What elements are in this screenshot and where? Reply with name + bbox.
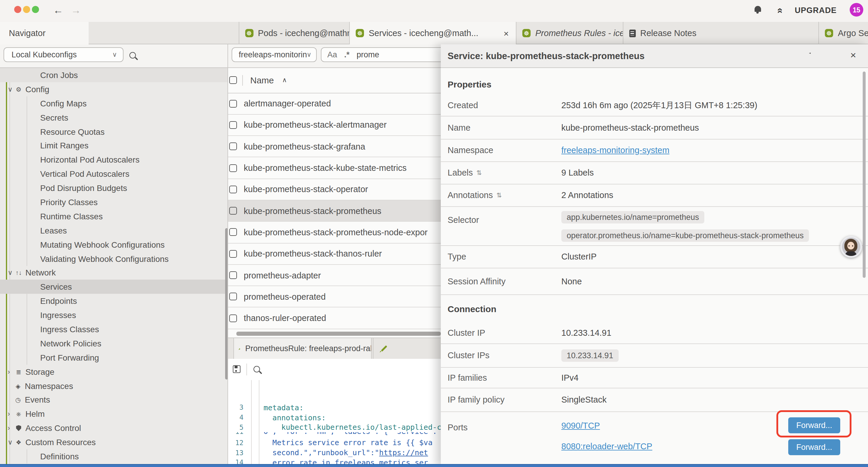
chevron-icon[interactable]: ∨ [8,438,15,446]
row-checkbox[interactable] [229,314,237,322]
forward-button[interactable]: Forward... [788,439,840,455]
sidebar-item[interactable]: ∨ ❖ Custom Resources [0,435,227,449]
sidebar-item[interactable]: › Access Control [0,421,227,435]
sidebar-item[interactable]: ∨ ↑↓ Network [0,266,227,280]
tab-release-notes[interactable]: Release Notes [622,22,818,44]
sidebar-item[interactable]: Config Maps [0,96,227,111]
row-checkbox[interactable] [229,143,237,150]
table-row[interactable]: prometheus-operated [228,286,441,308]
table-row[interactable]: kube-prometheus-stack-prometheus [228,200,441,222]
navigator-scrollbar[interactable] [225,228,228,380]
notifications-bell-icon[interactable] [754,6,761,12]
sidebar-item[interactable]: Definitions [0,449,227,463]
tab-navigator[interactable]: Navigator [0,22,89,44]
notification-count-badge[interactable]: 15 [850,3,863,17]
editor-line[interactable]: 5 kubectl.kubernetes.io/last-applied-co [228,422,441,432]
chevron-icon[interactable]: › [8,411,15,418]
row-checkbox[interactable] [229,250,237,258]
sidebar-item[interactable]: Priority Classes [0,195,227,209]
tab-prometheus-rules[interactable]: ☸ Prometheus Rules - icecheng... [516,22,622,44]
tab-argo[interactable]: ☸ Argo Se [818,22,868,44]
name-column-header[interactable]: Name [250,76,274,85]
sidebar-item[interactable]: Secrets [0,110,227,124]
sidebar-item[interactable]: Endpoints [0,294,227,308]
namespace-selector[interactable]: freeleaps-monitoring-system ∨ [231,47,317,62]
port-link[interactable]: 9090/TCP [561,421,600,430]
close-window-button[interactable] [14,6,21,13]
port-link[interactable]: 8080:reloader-web/TCP [561,442,652,451]
sidebar-item[interactable]: Resource Quotas [0,124,227,139]
drawer-scrollbar[interactable] [862,71,865,278]
sidebar-item[interactable]: ◷ Events [0,393,227,407]
sidebar-item[interactable]: Limit Ranges [0,139,227,153]
kubeconfig-selector[interactable]: Local Kubeconfigs ∨ [3,47,123,62]
search-icon[interactable] [129,52,136,59]
row-checkbox[interactable] [229,121,237,129]
sidebar-item[interactable]: Port Forwarding [0,351,227,365]
back-icon[interactable]: ← [53,4,63,18]
row-checkbox[interactable] [229,229,237,236]
row-checkbox[interactable] [229,185,237,193]
sidebar-item[interactable]: Services [0,280,227,294]
editor-line[interactable]: 12 Metrics service error rate is {{ $va [228,438,441,447]
editor-line[interactable]: 11 0", "for": "nm", "labels": { "service… [228,432,441,438]
table-row[interactable]: kube-prometheus-stack-grafana [228,136,441,157]
chevron-icon[interactable]: ∨ [8,269,15,277]
horizontal-scrollbar[interactable] [236,332,441,335]
row-checkbox[interactable] [229,293,237,300]
tab-services[interactable]: ☸ Services - icecheng@math... × [349,22,516,44]
sidebar-item[interactable]: ◈ Namespaces [0,379,227,393]
match-case-toggle[interactable]: Aa [327,50,337,59]
sidebar-item[interactable]: Network Policies [0,337,227,351]
close-icon[interactable]: × [503,28,509,38]
sidebar-item[interactable]: Horizontal Pod Autoscalers [0,153,227,167]
sidebar-item[interactable]: Vertical Pod Autoscalers [0,167,227,181]
sidebar-item[interactable]: Pod Disruption Budgets [0,181,227,195]
save-icon[interactable] [233,366,241,373]
row-checkbox[interactable] [229,207,237,214]
upgrade-button[interactable]: UPGRADE [795,6,837,15]
table-row[interactable]: kube-prometheus-stack-kube-state-metrics [228,157,441,179]
table-row[interactable]: kube-prometheus-stack-thanos-ruler [228,243,441,265]
namespace-link[interactable]: freeleaps-monitoring-system [561,145,670,155]
close-icon[interactable]: × [850,52,856,60]
table-row[interactable]: alertmanager-operated [228,93,441,115]
row-checkbox[interactable] [229,271,237,279]
regex-toggle[interactable]: .* [344,50,349,59]
chevron-icon[interactable]: › [8,368,15,375]
labels-count[interactable]: 9 Labels [561,168,594,177]
editor-line[interactable]: 4 annotations: [228,412,441,422]
sort-updown-icon[interactable]: ⇅ [476,169,482,176]
annotations-count[interactable]: 2 Annotations [561,191,613,200]
upgrade-icon[interactable]: « [774,8,786,13]
editor-search-icon[interactable] [253,366,260,373]
sidebar-item[interactable]: Mutating Webhook Configurations [0,237,227,252]
editor-tab-next[interactable] [373,338,441,359]
sidebar-item[interactable]: Ingress Classes [0,322,227,337]
chevron-icon[interactable]: › [8,425,15,432]
avatar[interactable] [840,236,862,258]
sidebar-item[interactable]: Runtime Classes [0,209,227,224]
zoom-window-button[interactable] [32,6,39,13]
table-row[interactable]: kube-prometheus-stack-alertmanager [228,115,441,136]
table-row[interactable]: prometheus-adapter [228,265,441,286]
sort-updown-icon[interactable]: ⇅ [496,191,502,199]
yaml-editor[interactable]: 3 metadata: 4 annotations: 5 kubectl.kub… [228,380,441,467]
sidebar-item[interactable]: Validating Webhook Configurations [0,252,227,266]
row-checkbox[interactable] [229,164,237,172]
sidebar-item[interactable]: Cron Jobs [0,68,227,82]
sidebar-item[interactable]: › ≣ Storage [0,364,227,379]
editor-line[interactable]: 3 metadata: [228,403,441,412]
chevron-icon[interactable]: ∨ [8,85,15,93]
editor-line[interactable]: 13 second.","runbook_url":" https://net [228,448,441,458]
table-row[interactable]: kube-prometheus-stack-operator [228,179,441,200]
row-checkbox[interactable] [229,99,237,107]
sidebar-item[interactable]: Ingresses [0,308,227,322]
forward-icon[interactable]: → [71,4,81,18]
sidebar-item[interactable]: › ⎈ Helm [0,407,227,421]
sort-asc-icon[interactable]: ∧ [282,77,287,84]
sidebar-item[interactable]: ∨ ⚙ Config [0,82,227,96]
select-all-checkbox[interactable] [229,77,237,84]
table-row[interactable]: kube-prometheus-stack-prometheus-node-ex… [228,222,441,243]
minimize-window-button[interactable] [23,6,30,13]
